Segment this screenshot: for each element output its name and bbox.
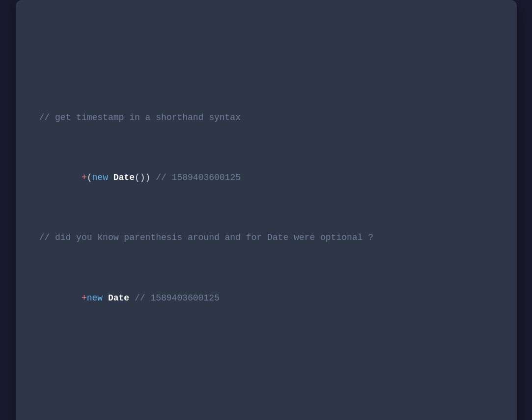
code-container: // get timestamp in a shorthand syntax +… bbox=[16, 0, 517, 420]
open-paren: ( bbox=[87, 173, 92, 182]
plus-sign: + bbox=[82, 173, 87, 182]
ts-comment-line: // get timestamp in a shorthand syntax bbox=[39, 110, 493, 125]
space2 bbox=[103, 293, 108, 303]
ts-value2: // 1589403600125 bbox=[129, 293, 220, 303]
date-class: Date bbox=[113, 173, 135, 182]
space bbox=[108, 173, 113, 182]
comment-text2: // did you know parenthesis around and f… bbox=[39, 233, 374, 242]
code-block: // get timestamp in a shorthand syntax +… bbox=[39, 20, 493, 420]
ts-comment2-line: // did you know parenthesis around and f… bbox=[39, 230, 493, 245]
plus-sign2: + bbox=[82, 293, 87, 303]
new-keyword2: new bbox=[87, 293, 103, 303]
ts-value1: // 1589403600125 bbox=[150, 173, 241, 182]
ts-line2: +new Date // 1589403600125 bbox=[39, 275, 493, 321]
blank-line-1 bbox=[39, 400, 493, 415]
call-parens: ()) bbox=[135, 173, 150, 182]
new-keyword: new bbox=[92, 173, 108, 182]
section-timestamp: // get timestamp in a shorthand syntax +… bbox=[39, 80, 493, 351]
comment-text: // get timestamp in a shorthand syntax bbox=[39, 113, 241, 122]
date-class2: Date bbox=[108, 293, 129, 303]
ts-line1: +(new Date()) // 1589403600125 bbox=[39, 155, 493, 200]
